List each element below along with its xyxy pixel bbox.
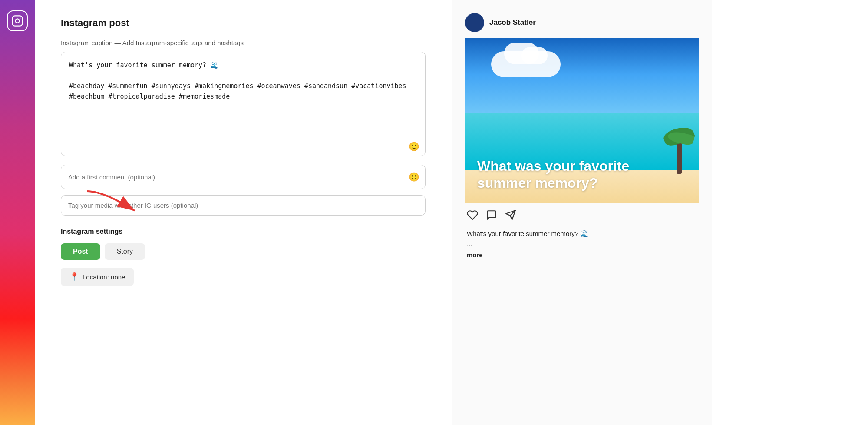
location-label: Location: none (83, 273, 125, 281)
svg-rect-0 (12, 16, 22, 26)
instagram-logo-icon (7, 10, 28, 31)
left-panel-container: Instagram post Instagram caption — Add I… (35, 0, 452, 425)
preview-username: Jacob Statler (489, 18, 536, 27)
like-icon[interactable] (467, 209, 478, 224)
instagram-settings-label: Instagram settings (61, 228, 426, 236)
right-panel: Jacob Statler What was your favorite sum… (452, 0, 712, 425)
svg-point-2 (20, 17, 20, 18)
main-content: Instagram post Instagram caption — Add I… (35, 0, 868, 425)
page-title: Instagram post (61, 17, 426, 29)
share-icon[interactable] (505, 209, 516, 224)
preview-image-text: What was your favorite summer memory? (477, 158, 687, 191)
preview-image: What was your favorite summer memory? (465, 38, 699, 203)
comment-icon[interactable] (486, 209, 497, 224)
svg-rect-4 (468, 17, 474, 24)
first-comment-input[interactable] (61, 165, 426, 189)
preview-caption-text: What's your favorite summer memory? 🌊 (467, 230, 588, 237)
location-button[interactable]: 📍 Location: none (61, 268, 134, 286)
post-type-buttons: Post Story (61, 243, 426, 260)
caption-label: Instagram caption — Add Instagram-specif… (61, 39, 426, 46)
preview-header: Jacob Statler (465, 13, 699, 32)
svg-rect-5 (475, 17, 481, 21)
svg-point-1 (15, 19, 19, 23)
caption-textarea[interactable]: What's your favorite summer memory? 🌊 #b… (61, 52, 426, 156)
caption-wrapper: What's your favorite summer memory? 🌊 #b… (61, 52, 426, 158)
beach-clouds (491, 51, 561, 77)
tag-users-input[interactable] (61, 195, 426, 216)
sidebar (0, 0, 35, 425)
preview-more[interactable]: more (465, 250, 699, 259)
comment-wrapper: 🙂 (61, 165, 426, 189)
comment-emoji-icon[interactable]: 🙂 (409, 172, 419, 182)
preview-actions (465, 203, 699, 228)
avatar (465, 13, 484, 32)
story-button[interactable]: Story (105, 243, 145, 260)
preview-caption: What's your favorite summer memory? 🌊 ..… (465, 228, 699, 250)
location-pin-icon: 📍 (69, 272, 79, 282)
post-button[interactable]: Post (61, 243, 100, 260)
left-panel: Instagram post Instagram caption — Add I… (35, 0, 452, 303)
preview-image-overlay: What was your favorite summer memory? (465, 145, 699, 203)
preview-ellipsis: ... (467, 240, 472, 247)
caption-emoji-icon[interactable]: 🙂 (409, 141, 419, 152)
svg-rect-6 (475, 23, 481, 27)
